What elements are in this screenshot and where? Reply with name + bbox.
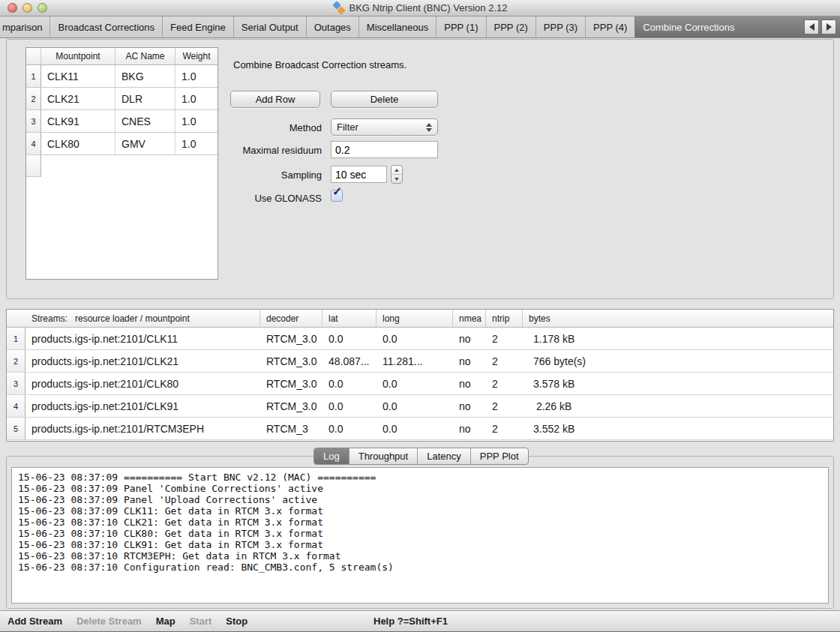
- empty-row-header-cell: [26, 155, 41, 177]
- help-shortcut-button[interactable]: Help ?=Shift+F1: [374, 616, 448, 627]
- max-residuum-label: Maximal residuum: [220, 145, 322, 156]
- table-corner: [26, 48, 41, 64]
- mountpoint-table-row[interactable]: 4 CLK80 GMV 1.0: [26, 133, 218, 155]
- col-header-decoder: decoder: [260, 310, 322, 327]
- log-line: 15-06-23 08:37:10 CLK91: Get data in RTC…: [18, 539, 822, 550]
- tab-scroll-right-button[interactable]: [821, 19, 836, 34]
- main-tab[interactable]: Serial Output: [233, 16, 306, 37]
- method-selected-value: Filter: [337, 121, 358, 133]
- bytes-cell: 2.26 kB: [523, 395, 833, 417]
- lat-cell: 48.087...: [322, 350, 376, 372]
- sampling-input[interactable]: 10 sec: [331, 166, 387, 183]
- statusbar: Add Stream Delete Stream Map Start Stop …: [0, 610, 840, 632]
- main-tab[interactable]: mparison: [0, 16, 50, 37]
- main-tab[interactable]: Feed Engine: [162, 16, 233, 37]
- close-button[interactable]: [8, 3, 17, 13]
- mountpoint-cell: products.igs-ip.net:2101/CLK91: [26, 395, 260, 417]
- mountpoint-table-row[interactable]: 3 CLK91 CNES 1.0: [26, 110, 218, 133]
- minimize-button[interactable]: [22, 3, 32, 13]
- streams-table-body: 1 products.igs-ip.net:2101/CLK11 RTCM_3.…: [7, 328, 833, 440]
- row-number: 3: [7, 373, 26, 394]
- mountpoint-cell: CLK21: [41, 88, 116, 109]
- weight-cell: 1.0: [176, 110, 218, 132]
- delete-button[interactable]: Delete: [331, 91, 438, 108]
- stream-row[interactable]: 1 products.igs-ip.net:2101/CLK11 RTCM_3.…: [7, 328, 833, 350]
- main-tab[interactable]: PPP (1): [436, 16, 485, 37]
- weight-cell: 1.0: [176, 88, 218, 109]
- main-tab[interactable]: Outages: [306, 16, 358, 37]
- decoder-cell: RTCM_3.0: [260, 395, 322, 417]
- col-header-long: long: [376, 310, 453, 327]
- statusbar-button[interactable]: Stop: [226, 616, 248, 627]
- log-line: 15-06-23 08:37:10 CLK80: Get data in RTC…: [18, 528, 822, 539]
- decoder-cell: RTCM_3.0: [260, 328, 322, 349]
- bytes-cell: 3.552 kB: [523, 418, 833, 439]
- col-header-ac-name: AC Name: [116, 48, 176, 64]
- method-select[interactable]: Filter: [331, 118, 438, 136]
- checkmark-icon: ✓: [332, 186, 342, 198]
- log-line: 15-06-23 08:37:10 RTCM3EPH: Get data in …: [18, 550, 822, 562]
- main-tab[interactable]: PPP (2): [486, 16, 536, 37]
- statusbar-button[interactable]: Map: [156, 616, 176, 627]
- log-output: 15-06-23 08:37:09 ========== Start BNC v…: [11, 467, 829, 604]
- add-row-button[interactable]: Add Row: [230, 91, 320, 108]
- up-triangle-icon: [394, 169, 399, 172]
- view-tab[interactable]: PPP Plot: [470, 448, 528, 464]
- stream-row[interactable]: 3 products.igs-ip.net:2101/CLK80 RTCM_3.…: [7, 373, 833, 395]
- mountpoint-cell: products.igs-ip.net:2101/CLK21: [26, 350, 260, 372]
- row-number: 4: [26, 133, 41, 154]
- main-tab[interactable]: Combine Corrections: [634, 16, 742, 37]
- tab-scroll-left-button[interactable]: [804, 19, 819, 34]
- stream-row[interactable]: 4 products.igs-ip.net:2101/CLK91 RTCM_3.…: [7, 395, 833, 418]
- view-tab[interactable]: Log: [314, 448, 349, 464]
- statusbar-button[interactable]: Start: [190, 616, 212, 627]
- main-tab[interactable]: Broadcast Corrections: [50, 16, 162, 37]
- lat-cell: 0.0: [322, 395, 376, 417]
- streams-table-header: Streams: resource loader / mountpoint de…: [7, 310, 833, 328]
- row-number: 4: [7, 395, 26, 417]
- use-glonass-label: Use GLONASS: [220, 193, 322, 204]
- main-tabs: mparison Broadcast Corrections Feed Engi…: [0, 16, 742, 37]
- log-line: 15-06-23 08:37:10 CLK21: Get data in RTC…: [18, 517, 822, 528]
- zoom-button[interactable]: [38, 3, 47, 13]
- mountpoint-table-row[interactable]: 1 CLK11 BKG 1.0: [26, 65, 218, 88]
- mountpoint-cell: products.igs-ip.net:2101/RTCM3EPH: [26, 418, 260, 439]
- bytes-cell: 1.178 kB: [523, 328, 833, 349]
- row-number: 3: [26, 110, 41, 132]
- decoder-cell: RTCM_3.0: [260, 350, 322, 372]
- weight-cell: 1.0: [176, 65, 218, 87]
- lat-cell: 0.0: [322, 418, 376, 439]
- stream-row[interactable]: 5 products.igs-ip.net:2101/RTCM3EPH RTCM…: [7, 418, 833, 440]
- max-residuum-input[interactable]: 0.2: [331, 141, 438, 158]
- main-tab[interactable]: PPP (3): [536, 16, 585, 37]
- left-triangle-icon: [809, 23, 814, 31]
- log-panel: 15-06-23 08:37:09 ========== Start BNC v…: [6, 456, 834, 609]
- statusbar-button[interactable]: Add Stream: [8, 616, 62, 627]
- col-header-streams: Streams: resource loader / mountpoint: [26, 310, 260, 327]
- log-line: 15-06-23 08:37:09 ========== Start BNC v…: [18, 472, 822, 483]
- mountpoint-cell: products.igs-ip.net:2101/CLK80: [26, 373, 260, 394]
- col-header-mountpoint: Mountpoint: [41, 48, 116, 64]
- view-tabbar: Log Throughput Latency PPP Plot: [314, 448, 529, 465]
- col-header-weight: Weight: [176, 48, 218, 64]
- mountpoint-table-row[interactable]: 2 CLK21 DLR 1.0: [26, 88, 218, 110]
- window-title: BKG Ntrip Client (BNC) Version 2.12: [350, 2, 508, 13]
- lat-cell: 0.0: [322, 328, 376, 349]
- dropdown-arrows-icon: [426, 123, 432, 132]
- stepper-down-button[interactable]: [392, 174, 402, 183]
- stepper-up-button[interactable]: [392, 166, 402, 174]
- stream-row[interactable]: 2 products.igs-ip.net:2101/CLK21 RTCM_3.…: [7, 350, 833, 373]
- statusbar-button[interactable]: Delete Stream: [76, 616, 142, 627]
- main-tab[interactable]: PPP (4): [585, 16, 634, 37]
- main-tab[interactable]: Miscellaneous: [358, 16, 436, 37]
- row-number: 1: [7, 328, 26, 349]
- glonass-checkbox[interactable]: ✓: [331, 190, 343, 202]
- streams-corner: [7, 310, 26, 327]
- view-tab[interactable]: Throughput: [349, 448, 418, 464]
- row-number: 1: [26, 65, 41, 87]
- ntrip-cell: 2: [486, 395, 523, 417]
- right-triangle-icon: [826, 23, 832, 31]
- tab-scroll-area: [742, 16, 840, 37]
- view-tab[interactable]: Latency: [417, 448, 470, 464]
- app-icon: [333, 2, 345, 13]
